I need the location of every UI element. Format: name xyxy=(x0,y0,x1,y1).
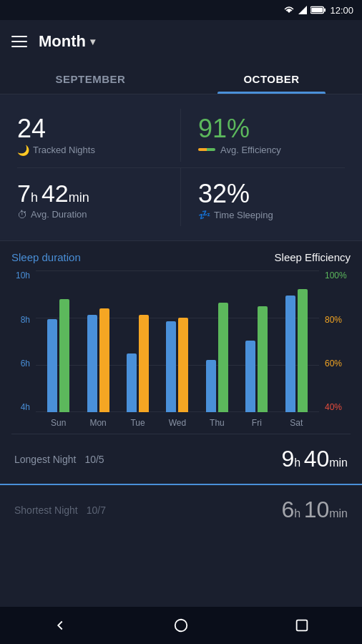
y-label-80pct: 80% xyxy=(325,315,342,325)
battery-icon xyxy=(310,6,326,14)
y-label-6h: 6h xyxy=(21,358,30,369)
moon-icon: 🌙 xyxy=(17,145,29,156)
x-label-thu: Thu xyxy=(197,418,237,428)
x-label-sun: Sun xyxy=(39,418,78,428)
bar-tue-blue xyxy=(127,353,137,412)
longest-night-date: 10/5 xyxy=(84,454,104,465)
home-icon xyxy=(173,618,189,633)
tracked-nights-value: 24 xyxy=(17,114,166,143)
longest-night-label: Longest Night xyxy=(14,454,76,465)
shortest-night-label: Shortest Night xyxy=(14,504,78,516)
recents-button[interactable] xyxy=(288,611,316,640)
time-sleeping-label: 💤 Time Sleeping xyxy=(198,209,345,220)
status-bar: 12:00 xyxy=(0,0,362,20)
svg-rect-4 xyxy=(312,8,323,12)
longest-night-row: Longest Night 10/5 9h 40min xyxy=(0,434,362,485)
avg-efficiency-label: Avg. Efficiency xyxy=(198,145,345,155)
x-axis: Sun Mon Tue Wed Thu Fri Sat xyxy=(36,418,319,428)
x-label-tue: Tue xyxy=(118,418,157,428)
shortest-night-date: 10/7 xyxy=(87,504,106,516)
longest-night-value: 9h 40min xyxy=(281,446,348,472)
nav-bar xyxy=(0,607,362,644)
chart-left-title: Sleep duration xyxy=(11,251,81,263)
longest-night-left: Longest Night 10/5 xyxy=(14,454,104,465)
status-time: 12:00 xyxy=(330,5,353,16)
wifi-icon xyxy=(283,6,295,14)
svg-marker-1 xyxy=(298,6,307,14)
avg-efficiency-stat: 91% Avg. Efficiency xyxy=(181,109,345,162)
day-group-sun xyxy=(39,299,78,412)
avg-efficiency-value: 91% xyxy=(198,114,345,143)
clock-icon: ⏱ xyxy=(17,209,27,220)
tracked-nights-label: 🌙 Tracked Nights xyxy=(17,145,166,156)
day-group-sat xyxy=(277,289,316,412)
svg-rect-3 xyxy=(324,9,326,12)
shortest-night-row: Shortest Night 10/7 6h 10min xyxy=(0,485,362,535)
stats-grid: 24 🌙 Tracked Nights 91% Avg. Efficiency … xyxy=(0,94,362,241)
dropdown-arrow-icon: ▾ xyxy=(90,36,95,47)
chart-area: Sun Mon Tue Wed Thu Fri Sat xyxy=(36,270,319,428)
bar-fri-green xyxy=(258,306,268,412)
back-button[interactable] xyxy=(46,611,74,640)
y-axis-right: 100% 80% 60% 40% xyxy=(319,270,351,428)
time-sleeping-stat: 32% 💤 Time Sleeping xyxy=(181,167,345,227)
period-selector[interactable]: Month ▾ xyxy=(39,32,95,51)
home-button[interactable] xyxy=(167,611,195,640)
avg-duration-stat: 7h 42min ⏱ Avg. Duration xyxy=(17,167,181,227)
bar-sun-blue xyxy=(47,319,57,412)
bar-mon-orange xyxy=(99,308,109,412)
time-sleeping-value: 32% xyxy=(198,180,345,208)
chart-section: Sleep duration Sleep Efficiency 10h 8h 6… xyxy=(0,241,362,434)
sleeping-icon: 💤 xyxy=(198,209,210,220)
efficiency-bar-icon xyxy=(198,148,215,151)
day-group-fri xyxy=(237,306,276,412)
back-icon xyxy=(52,618,68,633)
shortest-night-left: Shortest Night 10/7 xyxy=(14,504,106,516)
y-label-100pct: 100% xyxy=(325,270,347,280)
day-group-tue xyxy=(118,315,157,412)
tracked-nights-stat: 24 🌙 Tracked Nights xyxy=(17,109,181,162)
bar-sat-blue xyxy=(285,296,295,412)
tab-october[interactable]: OCTOBER xyxy=(181,63,362,94)
bar-wed-orange xyxy=(178,318,188,412)
bar-thu-green xyxy=(218,303,228,412)
y-label-40pct: 40% xyxy=(325,402,342,412)
y-label-60pct: 60% xyxy=(325,358,342,369)
svg-rect-6 xyxy=(296,620,307,631)
bar-fri-blue xyxy=(245,341,255,412)
svg-point-5 xyxy=(175,620,187,632)
shortest-night-value: 6h 10min xyxy=(281,497,348,523)
x-label-mon: Mon xyxy=(78,418,117,428)
avg-duration-value: 7h 42min xyxy=(17,180,166,208)
app-header: Month ▾ xyxy=(0,20,362,63)
x-label-wed: Wed xyxy=(157,418,197,428)
chart-right-title: Sleep Efficiency xyxy=(275,251,351,263)
bar-sat-green xyxy=(298,289,308,412)
month-tabs: SEPTEMBER OCTOBER xyxy=(0,63,362,94)
avg-duration-label: ⏱ Avg. Duration xyxy=(17,209,166,220)
period-label: Month xyxy=(39,32,86,51)
bar-mon-blue xyxy=(87,315,97,412)
tab-september[interactable]: SEPTEMBER xyxy=(0,63,181,94)
chart-container: 10h 8h 6h 4h xyxy=(11,270,351,428)
day-group-mon xyxy=(78,308,117,412)
chart-header: Sleep duration Sleep Efficiency xyxy=(11,251,351,263)
bar-wed-blue xyxy=(166,321,176,412)
bars-row xyxy=(36,270,319,412)
y-label-8h: 8h xyxy=(21,315,30,325)
x-label-sat: Sat xyxy=(277,418,316,428)
day-group-thu xyxy=(197,303,237,412)
day-group-wed xyxy=(157,318,197,412)
status-icons: 12:00 xyxy=(283,5,353,16)
y-label-10h: 10h xyxy=(16,270,30,280)
x-label-fri: Fri xyxy=(237,418,276,428)
bar-tue-orange xyxy=(139,315,149,412)
bar-thu-blue xyxy=(206,360,216,412)
signal-icon xyxy=(298,6,307,14)
hamburger-menu[interactable] xyxy=(11,36,27,47)
bar-sun-green xyxy=(59,299,69,412)
y-label-4h: 4h xyxy=(21,402,30,412)
y-axis-left: 10h 8h 6h 4h xyxy=(11,270,36,428)
recents-icon xyxy=(294,618,310,633)
